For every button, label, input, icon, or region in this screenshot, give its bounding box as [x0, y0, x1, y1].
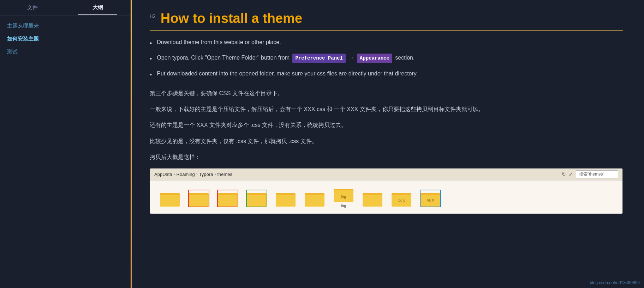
bullet-dot: •: [150, 70, 152, 80]
svg-rect-11: [247, 195, 267, 207]
bullet-list: • Download theme from this website or ot…: [150, 38, 623, 80]
folder-icon-blue: Vk #: [421, 190, 440, 207]
svg-rect-24: [363, 195, 382, 207]
folder-item[interactable]: Vk #: [418, 190, 443, 208]
bullet-text-2-before: Open typora. Click "Open Theme Folder" b…: [157, 55, 291, 61]
bullet-text-3: Put downloaded content into the opened f…: [157, 69, 418, 78]
paragraph-2: 一般来说，下载好的主题是个压缩文件，解压缩后，会有一个 XXX.css 和 一个…: [150, 104, 623, 114]
breadcrumb-appdata: AppData: [154, 172, 172, 177]
paragraph-4: 比较少见的是，没有文件夹，仅有 .css 文件，那就拷贝 .css 文件。: [150, 136, 623, 146]
folder-icon-green: [247, 190, 267, 207]
paragraph-1: 第三个步骤是关键，要确保 CSS 文件在这个目录下。: [150, 88, 623, 98]
explorer-toolbar: AppData › Roaming › Typora › themes ↻ ⤢ …: [150, 168, 622, 180]
h2-label: H2: [150, 13, 156, 19]
folder-item[interactable]: [244, 190, 269, 208]
breadcrumb-sep: ›: [214, 172, 216, 177]
page-title: How to install a theme: [161, 11, 302, 27]
folder-item[interactable]: [302, 190, 327, 208]
bullet-text-1: Download theme from this website or othe…: [157, 38, 281, 47]
folder-item[interactable]: [273, 190, 298, 208]
breadcrumb-typora: Typora: [199, 172, 213, 177]
preference-panel-badge: Preference Panel: [292, 54, 345, 63]
file-explorer: AppData › Roaming › Typora › themes ↻ ⤢ …: [150, 168, 623, 214]
main-content: H2 How to install a theme • Download the…: [132, 0, 644, 288]
sidebar-tabs: 文件 大纲: [0, 0, 130, 16]
watermark: blog.csdn.net/u013490896: [590, 280, 640, 285]
svg-rect-5: [189, 195, 209, 207]
sidebar-item-test[interactable]: 测试: [7, 49, 123, 55]
folder-icon: lbg: [334, 186, 353, 202]
folder-item[interactable]: [215, 190, 240, 208]
breadcrumb-sep: ›: [174, 172, 175, 177]
list-item: • Open typora. Click "Open Theme Folder"…: [150, 53, 623, 64]
breadcrumb: AppData › Roaming › Typora › themes: [154, 172, 559, 177]
paragraph-3: 还有的主题是一个 XXX 文件夹对应多个 .css 文件，没有关系，统统拷贝过去…: [150, 120, 623, 130]
bullet-dot: •: [150, 54, 152, 64]
search-box[interactable]: 搜索"themes": [576, 170, 618, 178]
tab-outline[interactable]: 大纲: [65, 0, 131, 15]
list-item: • Download theme from this website or ot…: [150, 38, 623, 49]
sidebar-nav: 主题从哪里来 如何安装主题 测试: [0, 16, 130, 62]
explorer-controls: ↻ ⤢ 搜索"themes": [562, 170, 618, 178]
bullet-dot: •: [150, 38, 152, 49]
folder-item[interactable]: [360, 190, 385, 208]
paragraph-5: 拷贝后大概是这样：: [150, 152, 623, 162]
breadcrumb-sep: ›: [196, 172, 198, 177]
svg-text:lbg g: lbg g: [398, 198, 405, 202]
folder-item[interactable]: [186, 190, 211, 208]
svg-rect-14: [276, 195, 296, 207]
folder-label: lbg: [341, 204, 346, 208]
folder-icon: [305, 190, 324, 207]
folder-icon: [160, 190, 180, 207]
svg-text:lbg: lbg: [341, 195, 346, 199]
nav-icon[interactable]: ⤢: [569, 171, 573, 177]
folder-icon-red: [189, 190, 209, 207]
file-grid: lbg lbg: [150, 180, 622, 214]
folder-item[interactable]: [157, 190, 183, 208]
sidebar-item-where-from[interactable]: 主题从哪里来: [7, 23, 123, 29]
svg-rect-17: [305, 195, 324, 207]
svg-text:Vk #: Vk #: [427, 198, 434, 202]
appearance-badge: Appearance: [357, 54, 392, 63]
bullet-text-2-after: section.: [394, 55, 415, 61]
sidebar-item-how-install[interactable]: 如何安装主题: [7, 36, 123, 42]
folder-icon-red2: [218, 190, 238, 207]
heading-divider: [150, 30, 623, 31]
folder-icon: lbg g: [392, 190, 411, 207]
sidebar: 文件 大纲 主题从哪里来 如何安装主题 测试: [0, 0, 131, 288]
refresh-icon[interactable]: ↻: [562, 171, 566, 177]
arrow-icon: →: [348, 55, 354, 61]
folder-item[interactable]: lbg g: [389, 190, 414, 208]
list-item: • Put downloaded content into the opened…: [150, 69, 623, 80]
folder-icon: [363, 190, 382, 207]
folder-item[interactable]: lbg lbg: [331, 186, 356, 208]
svg-rect-2: [160, 195, 180, 207]
paragraphs-section: 第三个步骤是关键，要确保 CSS 文件在这个目录下。 一般来说，下载好的主题是个…: [150, 88, 623, 162]
folder-icon: [276, 190, 296, 207]
tab-files[interactable]: 文件: [0, 0, 65, 15]
svg-rect-8: [218, 195, 238, 207]
heading-row: H2 How to install a theme: [150, 11, 623, 27]
breadcrumb-themes: themes: [217, 172, 232, 177]
bullet-text-2-wrapper: Open typora. Click "Open Theme Folder" b…: [157, 53, 415, 63]
breadcrumb-roaming: Roaming: [177, 172, 195, 177]
